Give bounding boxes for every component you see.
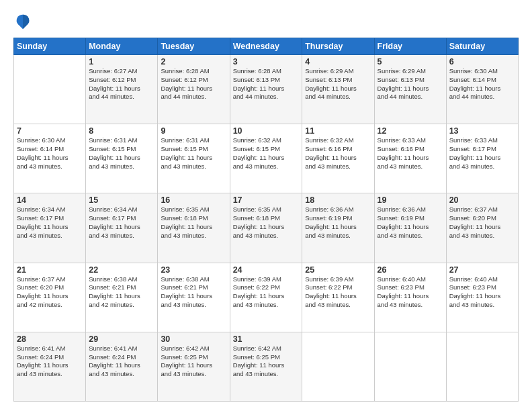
week-row-2: 7Sunrise: 6:30 AM Sunset: 6:14 PM Daylig…: [14, 124, 519, 193]
day-cell: 15Sunrise: 6:34 AM Sunset: 6:17 PM Dayli…: [86, 193, 158, 263]
day-info: Sunrise: 6:28 AM Sunset: 6:12 PM Dayligh…: [161, 67, 226, 101]
day-number: 13: [449, 126, 515, 136]
day-cell: 2Sunrise: 6:28 AM Sunset: 6:12 PM Daylig…: [158, 55, 230, 124]
day-cell: 16Sunrise: 6:35 AM Sunset: 6:18 PM Dayli…: [158, 193, 230, 263]
day-cell: [446, 332, 518, 401]
day-info: Sunrise: 6:33 AM Sunset: 6:17 PM Dayligh…: [449, 136, 515, 171]
day-cell: 20Sunrise: 6:37 AM Sunset: 6:20 PM Dayli…: [446, 193, 518, 263]
day-info: Sunrise: 6:30 AM Sunset: 6:14 PM Dayligh…: [17, 136, 83, 171]
day-info: Sunrise: 6:38 AM Sunset: 6:21 PM Dayligh…: [89, 275, 154, 310]
day-number: 21: [17, 265, 83, 275]
day-info: Sunrise: 6:30 AM Sunset: 6:14 PM Dayligh…: [449, 67, 515, 101]
day-cell: 4Sunrise: 6:29 AM Sunset: 6:13 PM Daylig…: [302, 55, 374, 124]
day-info: Sunrise: 6:31 AM Sunset: 6:15 PM Dayligh…: [161, 136, 226, 171]
day-info: Sunrise: 6:32 AM Sunset: 6:16 PM Dayligh…: [305, 136, 371, 171]
weekday-header-wednesday: Wednesday: [230, 38, 302, 55]
day-cell: 22Sunrise: 6:38 AM Sunset: 6:21 PM Dayli…: [86, 263, 158, 332]
week-row-1: 1Sunrise: 6:27 AM Sunset: 6:12 PM Daylig…: [14, 55, 519, 124]
day-number: 6: [449, 57, 515, 66]
day-number: 12: [378, 126, 443, 136]
weekday-header-thursday: Thursday: [302, 38, 374, 55]
day-cell: 18Sunrise: 6:36 AM Sunset: 6:19 PM Dayli…: [302, 193, 374, 263]
day-cell: [302, 332, 374, 401]
day-number: 29: [89, 334, 154, 344]
day-cell: 25Sunrise: 6:39 AM Sunset: 6:22 PM Dayli…: [302, 263, 374, 332]
day-info: Sunrise: 6:33 AM Sunset: 6:16 PM Dayligh…: [378, 136, 443, 171]
day-info: Sunrise: 6:35 AM Sunset: 6:18 PM Dayligh…: [161, 205, 226, 240]
day-number: 30: [161, 334, 226, 344]
week-row-4: 21Sunrise: 6:37 AM Sunset: 6:20 PM Dayli…: [14, 263, 519, 332]
day-info: Sunrise: 6:29 AM Sunset: 6:13 PM Dayligh…: [305, 67, 371, 101]
day-info: Sunrise: 6:35 AM Sunset: 6:18 PM Dayligh…: [233, 205, 300, 240]
day-cell: 26Sunrise: 6:40 AM Sunset: 6:23 PM Dayli…: [374, 263, 446, 332]
weekday-header-tuesday: Tuesday: [158, 38, 230, 55]
day-number: 28: [17, 334, 83, 344]
day-info: Sunrise: 6:37 AM Sunset: 6:20 PM Dayligh…: [17, 275, 83, 310]
day-info: Sunrise: 6:39 AM Sunset: 6:22 PM Dayligh…: [305, 275, 371, 310]
day-cell: 3Sunrise: 6:28 AM Sunset: 6:13 PM Daylig…: [230, 55, 302, 124]
day-cell: 12Sunrise: 6:33 AM Sunset: 6:16 PM Dayli…: [374, 124, 446, 193]
day-number: 1: [89, 57, 154, 66]
week-row-3: 14Sunrise: 6:34 AM Sunset: 6:17 PM Dayli…: [14, 193, 519, 263]
day-number: 24: [233, 265, 300, 275]
day-number: 5: [378, 57, 443, 66]
day-info: Sunrise: 6:40 AM Sunset: 6:23 PM Dayligh…: [378, 275, 443, 310]
day-cell: [14, 55, 86, 124]
day-cell: 21Sunrise: 6:37 AM Sunset: 6:20 PM Dayli…: [14, 263, 86, 332]
weekday-header-friday: Friday: [374, 38, 446, 55]
day-number: 15: [89, 195, 154, 205]
day-cell: 17Sunrise: 6:35 AM Sunset: 6:18 PM Dayli…: [230, 193, 302, 263]
day-cell: 10Sunrise: 6:32 AM Sunset: 6:15 PM Dayli…: [230, 124, 302, 193]
day-info: Sunrise: 6:27 AM Sunset: 6:12 PM Dayligh…: [89, 67, 154, 101]
day-number: 22: [89, 265, 154, 275]
day-cell: 9Sunrise: 6:31 AM Sunset: 6:15 PM Daylig…: [158, 124, 230, 193]
day-cell: 30Sunrise: 6:42 AM Sunset: 6:25 PM Dayli…: [158, 332, 230, 401]
day-number: 18: [305, 195, 371, 205]
day-cell: 7Sunrise: 6:30 AM Sunset: 6:14 PM Daylig…: [14, 124, 86, 193]
day-info: Sunrise: 6:39 AM Sunset: 6:22 PM Dayligh…: [233, 275, 300, 310]
week-row-5: 28Sunrise: 6:41 AM Sunset: 6:24 PM Dayli…: [14, 332, 519, 401]
day-cell: 29Sunrise: 6:41 AM Sunset: 6:24 PM Dayli…: [86, 332, 158, 401]
day-number: 20: [449, 195, 515, 205]
day-cell: 14Sunrise: 6:34 AM Sunset: 6:17 PM Dayli…: [14, 193, 86, 263]
day-number: 4: [305, 57, 371, 66]
day-info: Sunrise: 6:34 AM Sunset: 6:17 PM Dayligh…: [17, 205, 83, 240]
day-info: Sunrise: 6:29 AM Sunset: 6:13 PM Dayligh…: [378, 67, 443, 101]
logo-icon: [13, 12, 32, 31]
day-info: Sunrise: 6:37 AM Sunset: 6:20 PM Dayligh…: [449, 205, 515, 240]
day-number: 2: [161, 57, 226, 66]
day-info: Sunrise: 6:36 AM Sunset: 6:19 PM Dayligh…: [378, 205, 443, 240]
weekday-header-sunday: Sunday: [14, 38, 86, 55]
day-cell: 6Sunrise: 6:30 AM Sunset: 6:14 PM Daylig…: [446, 55, 518, 124]
weekday-header-saturday: Saturday: [446, 38, 518, 55]
day-number: 27: [449, 265, 515, 275]
day-info: Sunrise: 6:32 AM Sunset: 6:15 PM Dayligh…: [233, 136, 300, 171]
day-cell: 24Sunrise: 6:39 AM Sunset: 6:22 PM Dayli…: [230, 263, 302, 332]
day-number: 3: [233, 57, 300, 66]
day-info: Sunrise: 6:28 AM Sunset: 6:13 PM Dayligh…: [233, 67, 300, 101]
day-number: 11: [305, 126, 371, 136]
day-number: 19: [378, 195, 443, 205]
day-cell: 23Sunrise: 6:38 AM Sunset: 6:21 PM Dayli…: [158, 263, 230, 332]
day-cell: 31Sunrise: 6:42 AM Sunset: 6:25 PM Dayli…: [230, 332, 302, 401]
day-number: 17: [233, 195, 300, 205]
day-cell: 27Sunrise: 6:40 AM Sunset: 6:23 PM Dayli…: [446, 263, 518, 332]
day-cell: 1Sunrise: 6:27 AM Sunset: 6:12 PM Daylig…: [86, 55, 158, 124]
day-info: Sunrise: 6:31 AM Sunset: 6:15 PM Dayligh…: [89, 136, 154, 171]
weekday-header-monday: Monday: [86, 38, 158, 55]
day-info: Sunrise: 6:40 AM Sunset: 6:23 PM Dayligh…: [449, 275, 515, 310]
day-number: 7: [17, 126, 83, 136]
day-cell: 19Sunrise: 6:36 AM Sunset: 6:19 PM Dayli…: [374, 193, 446, 263]
day-info: Sunrise: 6:38 AM Sunset: 6:21 PM Dayligh…: [161, 275, 226, 310]
day-number: 26: [378, 265, 443, 275]
day-cell: 8Sunrise: 6:31 AM Sunset: 6:15 PM Daylig…: [86, 124, 158, 193]
weekday-header-row: SundayMondayTuesdayWednesdayThursdayFrid…: [14, 38, 519, 55]
day-info: Sunrise: 6:34 AM Sunset: 6:17 PM Dayligh…: [89, 205, 154, 240]
day-cell: 5Sunrise: 6:29 AM Sunset: 6:13 PM Daylig…: [374, 55, 446, 124]
day-cell: [374, 332, 446, 401]
day-number: 16: [161, 195, 226, 205]
day-info: Sunrise: 6:36 AM Sunset: 6:19 PM Dayligh…: [305, 205, 371, 240]
day-number: 25: [305, 265, 371, 275]
day-info: Sunrise: 6:42 AM Sunset: 6:25 PM Dayligh…: [161, 345, 226, 379]
logo: [13, 12, 35, 31]
